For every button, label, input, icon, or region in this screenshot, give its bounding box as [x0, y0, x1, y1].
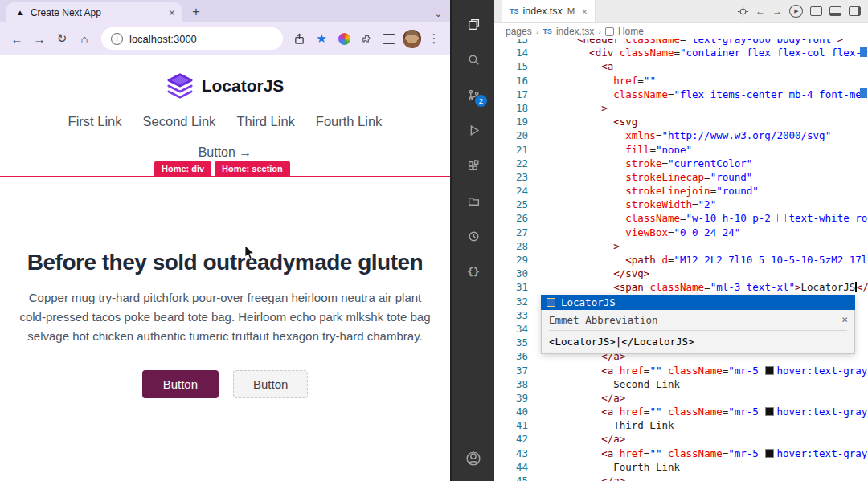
cta-label: Button — [199, 145, 235, 159]
customize-layout-button[interactable] — [849, 6, 861, 16]
nextjs-favicon-icon: ▲ — [16, 9, 24, 17]
code-line[interactable]: 20 xmlns="http://www.w3.org/2000/svg" — [494, 128, 868, 142]
git-modified-badge: M — [567, 6, 575, 16]
code-text: </a> — [541, 432, 625, 446]
site-logo[interactable]: LocatorJS — [0, 72, 450, 100]
code-text: fill="none" — [541, 143, 692, 157]
browser-tab[interactable]: ▲ Create Next App × — [6, 2, 182, 22]
menu-dots-icon[interactable]: ⋮ — [424, 29, 444, 48]
primary-button[interactable]: Button — [142, 370, 219, 398]
code-text: xmlns="http://www.w3.org/2000/svg" — [541, 128, 831, 142]
code-line[interactable]: 28 > — [494, 239, 868, 253]
code-line[interactable]: 41 Third Link — [494, 418, 868, 432]
code-line[interactable]: 27 viewBox="0 0 24 24" — [494, 226, 868, 239]
run-debug-icon[interactable] — [452, 112, 494, 148]
line-number: 37 — [494, 364, 541, 377]
site-info-icon[interactable]: i — [111, 33, 123, 45]
tab-close-icon[interactable]: × — [169, 6, 175, 19]
toggle-panel-button[interactable] — [829, 6, 841, 16]
tab-close-icon[interactable]: × — [581, 6, 588, 18]
share-icon[interactable] — [289, 29, 309, 48]
screen: ▲ Create Next App × + ⌄ ← → ↻ ⌂ i localh… — [0, 0, 868, 481]
code-line[interactable]: 26 className="w-10 h-10 p-2 text-white r… — [494, 211, 868, 225]
history-clock-icon[interactable] — [452, 218, 494, 254]
crosshair-icon[interactable] — [738, 6, 748, 17]
breadcrumb: pages › TS index.tsx › Home — [494, 23, 868, 39]
code-line[interactable]: 30 </svg> — [494, 267, 868, 280]
breadcrumb-symbol[interactable]: Home — [618, 26, 644, 37]
code-line[interactable]: 31 <span className="ml-3 text-xl">Locato… — [494, 280, 868, 294]
run-button[interactable]: ▶ — [789, 5, 803, 18]
line-number: 33 — [494, 308, 541, 322]
code-line[interactable]: 42 </a> — [494, 432, 868, 446]
account-icon[interactable] — [452, 441, 494, 476]
address-bar[interactable]: i localhost:3000 — [101, 27, 283, 50]
navigate-back-icon[interactable]: ← — [755, 6, 765, 17]
code-line[interactable]: 14 <div className="container flex flex-c… — [494, 46, 868, 59]
symbol-home-icon — [605, 27, 614, 36]
code-line[interactable]: 44 Fourth Link — [494, 460, 868, 474]
profile-avatar[interactable] — [402, 29, 421, 48]
breadcrumb-folder[interactable]: pages — [506, 26, 532, 37]
code-editor[interactable]: 13 <header className="text-gray-600 body… — [494, 39, 868, 481]
tab-search-chevron-icon[interactable]: ⌄ — [435, 9, 442, 19]
line-number: 30 — [494, 267, 541, 280]
code-line[interactable]: 43 <a href="" className="mr-5 hover:text… — [494, 446, 868, 460]
search-icon[interactable] — [452, 42, 494, 77]
breadcrumb-file[interactable]: index.tsx — [556, 26, 594, 37]
code-line[interactable]: 37 <a href="" className="mr-5 hover:text… — [494, 364, 868, 377]
extensions-puzzle-icon[interactable] — [357, 29, 376, 48]
nav-link-fourth[interactable]: Fourth Link — [316, 114, 383, 129]
secondary-button[interactable]: Button — [233, 370, 308, 398]
explorer-icon[interactable] — [452, 6, 494, 42]
toolbar-right: ★ ⋮ — [289, 29, 444, 48]
nav-link-second[interactable]: Second Link — [143, 114, 216, 129]
navigate-forward-icon[interactable]: → — [772, 6, 782, 17]
extension-color-icon[interactable] — [334, 29, 354, 48]
code-area: 13 <header className="text-gray-600 body… — [494, 39, 868, 481]
activity-bar: 2 {} — [450, 0, 494, 481]
code-line[interactable]: 17 className="flex items-center mb-4 fon… — [494, 88, 868, 101]
bookmark-star-icon[interactable]: ★ — [312, 29, 331, 48]
code-line[interactable]: 18 > — [494, 101, 868, 115]
code-line[interactable]: 24 strokeLinejoin="round" — [494, 184, 868, 198]
code-line[interactable]: 23 strokeLinecap="round" — [494, 170, 868, 184]
braces-icon[interactable]: {} — [452, 254, 494, 289]
cta-link[interactable]: Button → — [0, 145, 450, 160]
home-button[interactable]: ⌂ — [74, 28, 95, 49]
code-line[interactable]: 38 Second Link — [494, 377, 868, 391]
line-number: 22 — [494, 157, 541, 170]
split-editor-button[interactable] — [810, 6, 822, 16]
editor-tab-index-tsx[interactable]: TS index.tsx M × — [502, 0, 596, 22]
code-line[interactable]: 39 </a> — [494, 391, 868, 405]
code-line[interactable]: 15 <a — [494, 59, 868, 73]
reload-button[interactable]: ↻ — [51, 28, 72, 49]
source-control-icon[interactable]: 2 — [452, 77, 494, 112]
forward-button[interactable]: → — [29, 28, 50, 49]
code-line[interactable]: 40 <a href="" className="mr-5 hover:text… — [494, 405, 868, 418]
code-line[interactable]: 45 </a> — [494, 474, 868, 481]
code-line[interactable]: 19 <svg — [494, 115, 868, 128]
locator-badge-div: Home: div — [154, 161, 211, 177]
suggest-item-selected[interactable]: LocatorJS — [541, 295, 855, 310]
folder-icon[interactable] — [452, 183, 494, 218]
nav-link-first[interactable]: First Link — [68, 114, 122, 129]
line-number: 21 — [494, 143, 541, 157]
overview-ruler-mark — [860, 88, 867, 98]
code-line[interactable]: 21 fill="none" — [494, 143, 868, 157]
extensions-icon[interactable] — [452, 148, 494, 183]
code-line[interactable]: 29 <path d="M12 2L2 7l10 5 10-5-10-5zM2 … — [494, 253, 868, 267]
nav-link-third[interactable]: Third Link — [236, 114, 294, 129]
new-tab-button[interactable]: + — [186, 2, 206, 22]
side-panel-icon[interactable] — [379, 29, 399, 48]
code-line[interactable]: 13 <header className="text-gray-600 body… — [494, 39, 868, 46]
line-number: 41 — [494, 418, 541, 432]
back-button[interactable]: ← — [6, 28, 27, 49]
close-icon[interactable]: × — [841, 313, 848, 325]
line-number: 43 — [494, 446, 541, 460]
code-line[interactable]: 22 stroke="currentColor" — [494, 157, 868, 170]
intellisense-popup: LocatorJS Emmet Abbreviation × <LocatorJ… — [541, 295, 855, 354]
code-line[interactable]: 25 strokeWidth="2" — [494, 198, 868, 211]
line-number: 38 — [494, 377, 541, 391]
code-line[interactable]: 16 href="" — [494, 74, 868, 88]
